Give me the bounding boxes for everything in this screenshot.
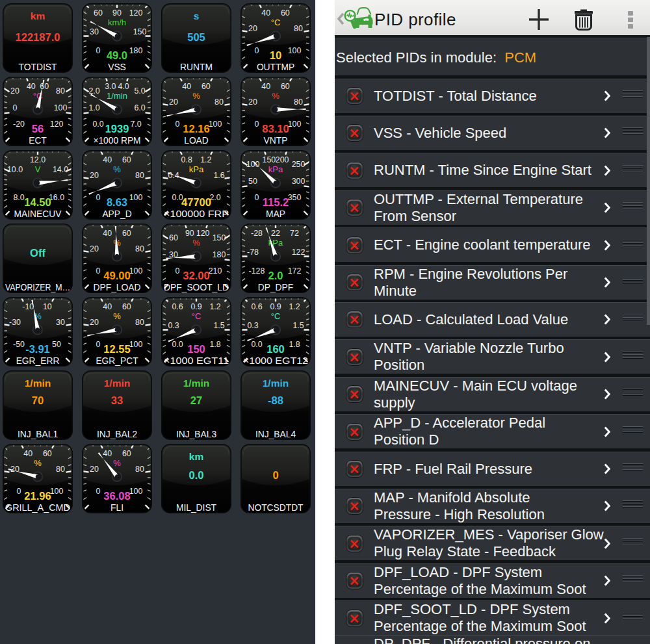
svg-text:120: 120	[50, 120, 64, 129]
svg-text:1.8: 1.8	[209, 340, 220, 349]
svg-text:km: km	[189, 451, 203, 462]
svg-text:21.96: 21.96	[24, 490, 51, 502]
svg-text:80: 80	[294, 97, 303, 107]
svg-text:OUTTMP: OUTTMP	[257, 62, 294, 72]
svg-text:350: 350	[288, 193, 302, 202]
svg-text:0: 0	[13, 103, 18, 112]
svg-text:100: 100	[209, 120, 222, 129]
svg-text:0.6: 0.6	[251, 302, 262, 311]
svg-text:40: 40	[103, 302, 112, 311]
svg-text:LOAD: LOAD	[184, 136, 209, 146]
svg-text:150: 150	[187, 343, 205, 355]
svg-text:TOTDIST: TOTDIST	[19, 62, 57, 72]
svg-text:22: 22	[271, 229, 280, 238]
svg-text:1.5: 1.5	[292, 321, 304, 330]
svg-text:0.8: 0.8	[181, 155, 192, 164]
svg-text:60: 60	[281, 82, 290, 91]
svg-text:°C: °C	[271, 311, 281, 321]
svg-text:EGR_ERR: EGR_ERR	[16, 356, 60, 366]
svg-text:0: 0	[255, 193, 259, 202]
svg-text:120: 120	[196, 229, 210, 238]
svg-text:505: 505	[187, 31, 205, 43]
svg-text:0: 0	[272, 469, 278, 481]
svg-text:-20: -20	[13, 120, 25, 129]
svg-text:0: 0	[176, 120, 180, 129]
svg-text:0: 0	[96, 266, 101, 276]
svg-text:1/min: 1/min	[263, 378, 289, 389]
svg-text:60: 60	[122, 449, 131, 458]
svg-text:40: 40	[27, 82, 36, 91]
svg-text:30: 30	[56, 318, 65, 327]
svg-text:100: 100	[288, 120, 302, 129]
svg-text:80: 80	[135, 318, 144, 327]
svg-text:20: 20	[10, 86, 20, 96]
svg-text:150: 150	[133, 27, 147, 36]
svg-text:40: 40	[23, 449, 32, 458]
svg-text:250: 250	[292, 160, 306, 169]
svg-text:-128: -128	[249, 266, 265, 276]
svg-text:60: 60	[122, 302, 131, 311]
svg-text:×100000 FRP: ×100000 FRP	[164, 209, 229, 219]
svg-text:0.0: 0.0	[251, 340, 262, 349]
svg-text:NOTCSDTDT: NOTCSDTDT	[248, 503, 304, 513]
svg-text:100: 100	[54, 103, 68, 112]
svg-text:1.2: 1.2	[289, 302, 300, 311]
svg-text:0.6: 0.6	[172, 302, 183, 311]
svg-text:km/h: km/h	[108, 18, 126, 27]
svg-text:47700: 47700	[181, 196, 211, 208]
svg-text:70: 70	[32, 394, 44, 406]
svg-text:7.0: 7.0	[130, 120, 141, 129]
svg-text:20: 20	[248, 24, 257, 33]
svg-text:km: km	[31, 10, 45, 21]
svg-text:50: 50	[52, 340, 61, 349]
svg-text:100: 100	[129, 487, 143, 496]
svg-text:%: %	[113, 164, 121, 174]
svg-text:100: 100	[288, 46, 302, 55]
svg-text:20: 20	[90, 465, 99, 474]
svg-text:27: 27	[190, 394, 202, 406]
svg-text:20: 20	[90, 244, 99, 253]
svg-text:-30: -30	[9, 318, 21, 327]
svg-text:MIL_DIST: MIL_DIST	[176, 503, 217, 513]
svg-text:%: %	[113, 458, 121, 468]
svg-text:0.0: 0.0	[92, 120, 103, 129]
svg-text:APP_D: APP_D	[102, 209, 131, 219]
svg-text:100: 100	[129, 193, 143, 202]
svg-text:INJ_BAL4: INJ_BAL4	[255, 430, 296, 439]
svg-text:V: V	[35, 164, 41, 174]
svg-text:-50: -50	[13, 340, 25, 349]
svg-text:72: 72	[290, 229, 299, 238]
svg-text:160: 160	[266, 343, 285, 355]
svg-text:VNTP: VNTP	[264, 136, 288, 146]
svg-text:80: 80	[56, 465, 65, 474]
svg-text:INJ_BAL2: INJ_BAL2	[97, 430, 137, 439]
svg-text:300: 300	[292, 177, 306, 186]
svg-text:×1000 EGT11: ×1000 EGT11	[164, 356, 229, 366]
svg-text:49.00: 49.00	[103, 270, 130, 281]
svg-text:1.6: 1.6	[213, 171, 224, 180]
svg-text:0.3: 0.3	[168, 321, 179, 330]
svg-text:115.2: 115.2	[263, 196, 289, 208]
svg-text:FLI: FLI	[110, 503, 124, 513]
svg-text:122187.0: 122187.0	[16, 31, 60, 43]
svg-text:3.0: 3.0	[105, 82, 116, 91]
svg-text:0.4: 0.4	[168, 171, 179, 180]
svg-text:1/min: 1/min	[104, 378, 130, 389]
svg-text:1/min: 1/min	[107, 91, 127, 101]
svg-text:GRILL_A_CMD: GRILL_A_CMD	[5, 503, 70, 513]
svg-text:0.0: 0.0	[172, 340, 183, 349]
svg-text:150: 150	[213, 233, 226, 242]
svg-text:0: 0	[96, 487, 101, 496]
svg-text:60: 60	[122, 229, 131, 238]
svg-text:40: 40	[261, 82, 270, 91]
svg-text:×1000 RPM: ×1000 RPM	[93, 136, 140, 146]
svg-text:100: 100	[129, 340, 143, 349]
svg-text:100: 100	[246, 160, 260, 169]
svg-text:49.0: 49.0	[107, 49, 127, 61]
svg-text:°C: °C	[192, 311, 202, 321]
svg-text:MAP: MAP	[266, 209, 285, 219]
svg-text:DPF_SOOT_LD: DPF_SOOT_LD	[164, 283, 229, 292]
svg-text:150: 150	[263, 155, 276, 164]
svg-text:60: 60	[40, 82, 49, 91]
svg-text:20: 20	[169, 97, 178, 107]
